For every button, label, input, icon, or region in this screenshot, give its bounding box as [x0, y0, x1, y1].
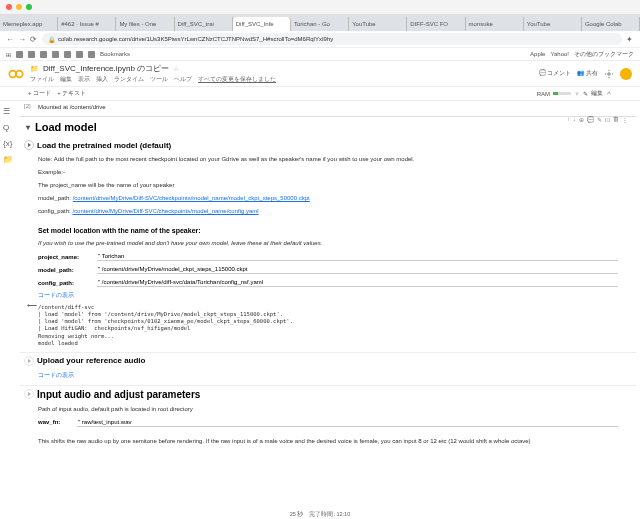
browser-tab[interactable]: DIFF-SVC FO [407, 17, 465, 31]
toc-icon[interactable]: ☰ [3, 107, 11, 115]
show-code-link[interactable]: コードの表示 [20, 289, 636, 302]
browser-tab[interactable]: YouTube [349, 17, 407, 31]
comment-button[interactable]: 💬 コメント [539, 69, 572, 78]
config-path-input[interactable] [97, 278, 618, 287]
browser-tab[interactable]: Google Colab [582, 17, 640, 31]
search-icon[interactable]: Q [3, 123, 11, 131]
bookmark-icon[interactable] [52, 51, 59, 58]
files-icon[interactable]: 📁 [3, 155, 11, 163]
browser-tab[interactable]: Diff_SVC_Infe [233, 17, 291, 31]
svg-point-1 [16, 70, 23, 77]
notebook-content: ☰ Q {x} 📁 [2] Mounted at /content/drive … [0, 101, 640, 519]
footer-status: 25 秒 完了時間: 12:10 [0, 510, 640, 519]
reload-icon[interactable]: ⟳ [30, 35, 38, 43]
add-text-button[interactable]: + テキスト [57, 89, 86, 98]
menu-item[interactable]: ランタイム [114, 75, 144, 84]
note-text: This shifts the raw audio up by one semi… [20, 435, 636, 448]
edit-icon[interactable]: ✎ [597, 116, 602, 123]
move-up-icon[interactable]: ↑ [567, 116, 570, 123]
notebook-title[interactable]: Diff_SVC_Inference.ipynb のコピー [43, 63, 169, 74]
cell-output: /content/diff-svc | load 'model' from '/… [20, 302, 636, 349]
colab-menubar: ファイル編集表示挿入ランタイムツールヘルプすべての変更を保存しました [30, 75, 276, 84]
back-icon[interactable]: ← [6, 35, 14, 43]
menu-item[interactable]: 表示 [78, 75, 90, 84]
star-icon[interactable]: ☆ [173, 65, 179, 73]
bookmark-icon[interactable] [88, 51, 95, 58]
minimize-dot[interactable] [16, 4, 22, 10]
maximize-dot[interactable] [26, 4, 32, 10]
menu-item[interactable]: 挿入 [96, 75, 108, 84]
exec-count: [2] [24, 103, 31, 109]
apps-icon[interactable]: ⊞ [6, 51, 11, 58]
save-status: すべての変更を保存しました [198, 75, 276, 84]
model-path-label: model_path: [38, 267, 93, 273]
close-dot[interactable] [6, 4, 12, 10]
move-down-icon[interactable]: ↓ [573, 116, 576, 123]
edit-mode[interactable]: 編集 [591, 89, 603, 98]
bookmark-yahoo[interactable]: Yahoo! [550, 51, 569, 57]
bookmark-icon[interactable] [76, 51, 83, 58]
bookmarks-folder[interactable]: Bookmarks [100, 51, 130, 57]
heading-pretrained: Load the pretrained model (default) [20, 137, 636, 153]
browser-tab[interactable]: Memeplex.app [0, 17, 58, 31]
model-path-input[interactable] [97, 265, 618, 274]
colab-header: 📁 Diff_SVC_Inference.ipynb のコピー ☆ ファイル編集… [0, 61, 640, 87]
avatar[interactable] [620, 68, 632, 80]
menu-item[interactable]: 編集 [60, 75, 72, 84]
bookmark-apple[interactable]: Apple [530, 51, 545, 57]
more-icon[interactable]: ⋮ [622, 116, 628, 123]
lock-icon: 🔒 [48, 36, 55, 43]
menu-icon[interactable]: ㅅ [606, 89, 612, 98]
note-text: Path of input audio, default path is loc… [20, 403, 636, 416]
project-name-label: project_name: [38, 254, 93, 260]
ram-label: RAM [537, 91, 550, 97]
forward-icon[interactable]: → [18, 35, 26, 43]
bookmark-icon[interactable] [64, 51, 71, 58]
browser-tab[interactable]: monsuke [466, 17, 524, 31]
collapse-icon[interactable]: ▾ [26, 123, 30, 132]
bookmark-icon[interactable] [16, 51, 23, 58]
add-code-button[interactable]: + コード [28, 89, 51, 98]
label: config_path: [38, 208, 71, 214]
browser-tab[interactable]: Diff_SVC_trai [175, 17, 233, 31]
heading-input: Input audio and adjust parameters [20, 385, 636, 403]
extensions-icon[interactable]: ✦ [626, 35, 634, 43]
share-button[interactable]: 👥 共有 [577, 69, 598, 78]
link-icon[interactable]: ⊕ [579, 116, 584, 123]
bookmarks-more[interactable]: その他のブックマーク [574, 50, 634, 59]
browser-tab[interactable]: My files - One [116, 17, 174, 31]
drive-icon: 📁 [30, 65, 39, 73]
browser-addressbar: ← → ⟳ 🔒 colab.research.google.com/drive/… [0, 31, 640, 48]
run-button[interactable] [24, 356, 34, 366]
run-button[interactable] [24, 140, 34, 150]
vars-icon[interactable]: {x} [3, 139, 11, 147]
browser-tab[interactable]: YouTube [524, 17, 582, 31]
project-name-input[interactable] [97, 252, 618, 261]
gear-icon[interactable] [604, 69, 614, 79]
edit-icon[interactable]: ✎ [583, 90, 588, 97]
show-code-link[interactable]: コードの表示 [20, 369, 636, 382]
path-link[interactable]: /content/drive/MyDrive/Diff-SVC/checkpoi… [73, 195, 310, 201]
cell-toolbar: ↑↓⊕💬✎⊡🗑⋮ [567, 116, 628, 123]
menu-item[interactable]: ツール [150, 75, 168, 84]
mirror-icon[interactable]: ⊡ [605, 116, 610, 123]
note-text: Note: Add the full path to the most rece… [20, 153, 636, 166]
bookmark-icon[interactable] [40, 51, 47, 58]
bookmark-icon[interactable] [28, 51, 35, 58]
wav-input[interactable] [77, 418, 618, 427]
run-button[interactable] [24, 389, 34, 399]
menu-item[interactable]: ファイル [30, 75, 54, 84]
output-icon[interactable]: ⟵ [27, 302, 37, 310]
url-text: colab.research.google.com/drive/1Us3K5Pi… [58, 36, 333, 42]
config-path-label: config_path: [38, 280, 93, 286]
delete-icon[interactable]: 🗑 [613, 116, 619, 123]
heading-upload: Upload your reference audio [20, 352, 636, 369]
comment-icon[interactable]: 💬 [587, 116, 594, 123]
path-link[interactable]: /content/drive/MyDrive/Diff-SVC/checkpoi… [72, 208, 258, 214]
menu-item[interactable]: ヘルプ [174, 75, 192, 84]
browser-tab[interactable]: Torichan - Go [291, 17, 349, 31]
url-field[interactable]: 🔒 colab.research.google.com/drive/1Us3K5… [42, 33, 622, 45]
browser-tab[interactable]: #462 · Issue # [58, 17, 116, 31]
note-text: The project_name will be the name of you… [20, 179, 636, 192]
example-label: Example:- [20, 166, 636, 179]
